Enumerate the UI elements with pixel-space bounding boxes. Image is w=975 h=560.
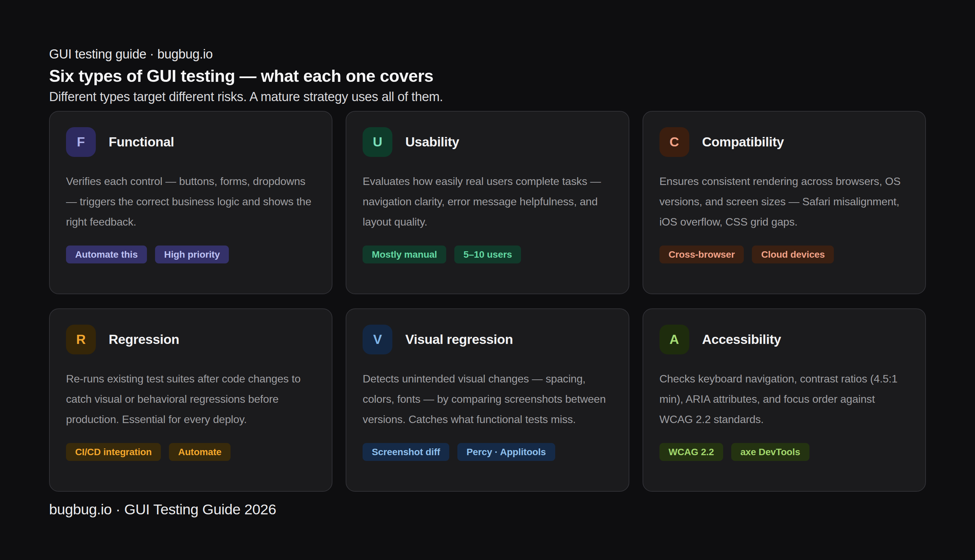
tag-pill: Percy · Applitools — [457, 443, 555, 461]
eyebrow-text: GUI testing guide · bugbug.io — [49, 47, 926, 62]
card-compatibility: C Compatibility Ensures consistent rende… — [642, 111, 926, 294]
tag-row: Cross-browser Cloud devices — [659, 245, 909, 263]
tag-pill: Automate — [169, 443, 231, 461]
card-functional: F Functional Verifies each control — but… — [49, 111, 333, 294]
card-description: Ensures consistent rendering across brow… — [659, 171, 909, 232]
card-description: Checks keyboard navigation, contrast rat… — [659, 368, 909, 430]
letter-badge: F — [66, 127, 96, 157]
tag-pill: Screenshot diff — [363, 443, 449, 461]
tag-pill: WCAG 2.2 — [659, 443, 723, 461]
page-title: Six types of GUI testing — what each one… — [49, 66, 926, 86]
tag-row: Mostly manual 5–10 users — [363, 245, 612, 263]
letter-badge: V — [363, 325, 392, 354]
letter-badge: C — [659, 127, 689, 157]
letter-badge: A — [659, 325, 689, 354]
card-header: F Functional — [66, 127, 316, 157]
footer-text: bugbug.io · GUI Testing Guide 2026 — [49, 500, 926, 518]
tag-pill: 5–10 users — [454, 245, 521, 263]
tag-row: CI/CD integration Automate — [66, 443, 316, 461]
card-title: Accessibility — [702, 332, 781, 347]
card-accessibility: A Accessibility Checks keyboard navigati… — [642, 308, 926, 492]
card-header: V Visual regression — [363, 325, 612, 354]
tag-pill: Cloud devices — [752, 245, 834, 263]
tag-pill: Mostly manual — [363, 245, 446, 263]
card-title: Compatibility — [702, 135, 784, 150]
card-header: A Accessibility — [659, 325, 909, 354]
card-title: Visual regression — [405, 332, 513, 347]
page-subtitle: Different types target different risks. … — [49, 89, 926, 104]
tag-pill: CI/CD integration — [66, 443, 161, 461]
letter-badge: U — [363, 127, 392, 157]
card-usability: U Usability Evaluates how easily real us… — [346, 111, 629, 294]
card-grid: F Functional Verifies each control — but… — [49, 111, 926, 492]
letter-badge: R — [66, 325, 96, 354]
tag-pill: Cross-browser — [659, 245, 744, 263]
card-visual-regression: V Visual regression Detects unintended v… — [346, 308, 629, 492]
card-regression: R Regression Re-runs existing test suite… — [49, 308, 333, 492]
header: GUI testing guide · bugbug.io Six types … — [49, 47, 926, 104]
card-header: R Regression — [66, 325, 316, 354]
tag-pill: High priority — [155, 245, 229, 263]
card-header: C Compatibility — [659, 127, 909, 157]
card-header: U Usability — [363, 127, 612, 157]
card-description: Detects unintended visual changes — spac… — [363, 368, 612, 430]
tag-row: Screenshot diff Percy · Applitools — [363, 443, 612, 461]
card-description: Re-runs existing test suites after code … — [66, 368, 316, 430]
card-title: Functional — [109, 135, 174, 150]
tag-pill: Automate this — [66, 245, 147, 263]
tag-row: WCAG 2.2 axe DevTools — [659, 443, 909, 461]
card-description: Evaluates how easily real users complete… — [363, 171, 612, 232]
tag-row: Automate this High priority — [66, 245, 316, 263]
card-title: Regression — [109, 332, 179, 347]
infographic-canvas: GUI testing guide · bugbug.io Six types … — [0, 0, 975, 560]
card-description: Verifies each control — buttons, forms, … — [66, 171, 316, 232]
card-title: Usability — [405, 135, 459, 150]
tag-pill: axe DevTools — [731, 443, 809, 461]
